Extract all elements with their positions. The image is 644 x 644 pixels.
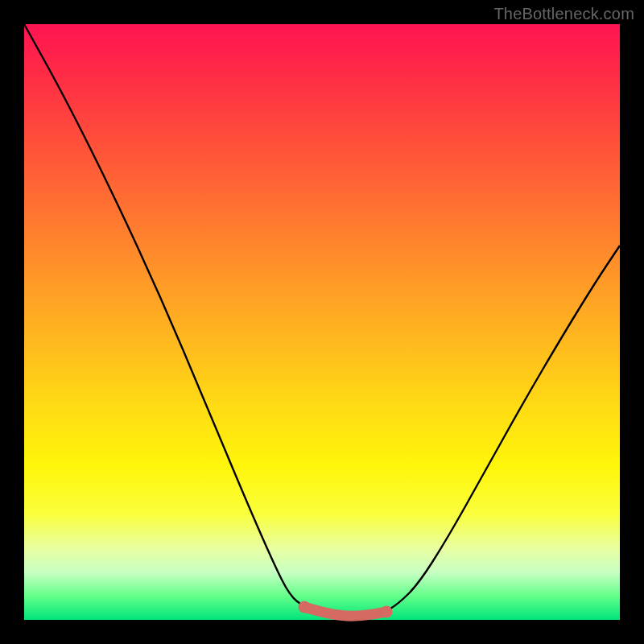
optimal-range-end-dot bbox=[381, 606, 393, 618]
optimal-range-highlight bbox=[304, 607, 386, 616]
optimal-range-start-dot bbox=[299, 601, 311, 613]
plot-area bbox=[24, 24, 620, 620]
curve-svg bbox=[24, 24, 620, 620]
chart-frame: TheBottleneck.com bbox=[0, 0, 644, 644]
bottleneck-curve bbox=[24, 24, 620, 617]
watermark-text: TheBottleneck.com bbox=[493, 5, 634, 23]
